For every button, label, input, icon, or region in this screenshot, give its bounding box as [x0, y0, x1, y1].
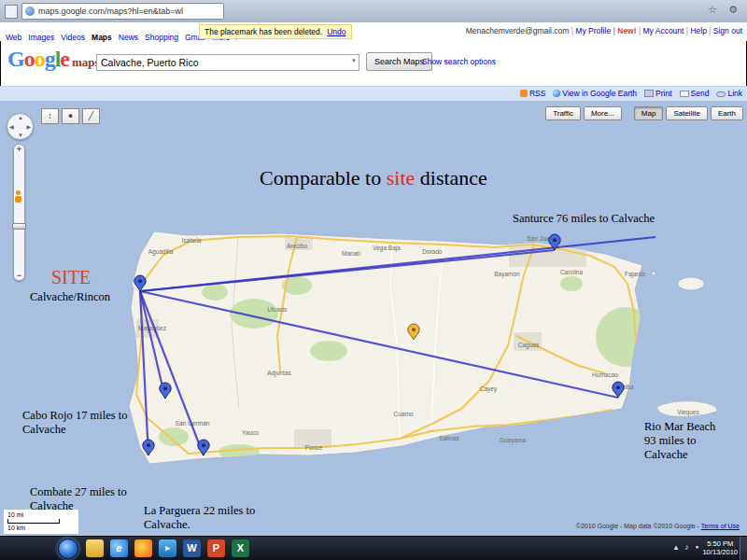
internet-explorer-icon[interactable]: e: [110, 539, 128, 557]
street-view-pegman-icon[interactable]: [14, 190, 22, 203]
firefox-icon[interactable]: [134, 539, 152, 557]
marker-tool-button[interactable]: ●: [62, 108, 79, 124]
annotation-rio-mar: Rio Mar Beach 93 miles to Calvache: [644, 420, 743, 462]
map-type-buttons: TrafficMore...MapSatelliteEarth: [543, 106, 743, 120]
show-desktop-button[interactable]: [740, 537, 747, 560]
notification-bar: The placemark has been deleted.Undo: [199, 24, 352, 39]
map-action-send[interactable]: Send: [680, 88, 710, 99]
send-icon: [680, 91, 689, 97]
browser-titlebar: maps.google.com/maps?hl=en&tab=wl ☆ ⚙: [0, 0, 747, 23]
map-button-map[interactable]: Map: [634, 106, 664, 120]
media-player-icon[interactable]: ▸: [159, 539, 176, 557]
account-link-my-account[interactable]: My Account: [637, 26, 684, 35]
map-copyright: ©2010 Google - Map data ©2010 Google - T…: [576, 523, 740, 529]
pan-down-icon[interactable]: ▼: [18, 133, 23, 138]
annotation-la-parguera: La Parguera 22 miles to Calvache.: [144, 504, 255, 532]
nav-link-web[interactable]: Web: [6, 33, 21, 42]
map-button-more[interactable]: More...: [584, 106, 622, 120]
account-link-new[interactable]: New!: [611, 26, 636, 35]
taskbar: e▸WPX ▴ ♪ ▪ 5:50 PM 10/13/2010: [0, 536, 747, 560]
nav-link-shopping[interactable]: Shopping: [145, 33, 178, 42]
logo-letter: g: [45, 47, 55, 71]
search-history-chevron-icon[interactable]: ▼: [351, 58, 357, 63]
search-field-wrap: ▼: [96, 53, 359, 70]
screen: maps.google.com/maps?hl=en&tab=wl ☆ ⚙ We…: [0, 0, 747, 560]
map-pin-site-calvache[interactable]: [134, 275, 146, 291]
scale-bar: [7, 519, 60, 524]
clock-time: 5:50 PM: [702, 539, 738, 548]
folder-icon[interactable]: [86, 539, 104, 557]
zoom-slider-handle[interactable]: [12, 223, 26, 230]
address-url: maps.google.com/maps?hl=en&tab=wl: [38, 7, 183, 16]
zoom-out-icon[interactable]: −: [14, 271, 24, 280]
excel-icon[interactable]: X: [232, 539, 249, 557]
nav-link-videos[interactable]: Videos: [61, 33, 85, 42]
link-icon: [716, 91, 726, 97]
logo-letter: o: [35, 47, 45, 71]
pan-control[interactable]: ▲ ▼ ◀ ▶: [7, 113, 34, 140]
map-viewport[interactable]: IsabelaAguadillaAreciboManatíVega BajaDo…: [0, 101, 747, 537]
zoom-in-icon[interactable]: +: [14, 145, 24, 154]
account-link-help[interactable]: Help: [684, 26, 706, 35]
terms-of-use-link[interactable]: Terms of Use: [701, 523, 740, 529]
annotation-cabo-rojo: Cabo Rojo 17 miles to Calvache: [22, 409, 128, 437]
address-bar[interactable]: maps.google.com/maps?hl=en&tab=wl: [21, 3, 224, 20]
nav-link-images[interactable]: Images: [28, 33, 54, 42]
bookmark-star-icon[interactable]: ☆: [708, 4, 717, 16]
map-pin-combate[interactable]: [143, 440, 154, 455]
title-post: distance: [415, 166, 487, 189]
rss-icon: [520, 90, 528, 97]
hidden-icons-chevron-icon[interactable]: ▴: [674, 542, 679, 552]
map-button-traffic[interactable]: Traffic: [545, 106, 581, 120]
account-link-sign-out[interactable]: Sign out: [707, 26, 742, 35]
map-button-satellite[interactable]: Satellite: [666, 106, 707, 120]
distance-line-1: [140, 237, 655, 291]
title-pre: Comparable to: [260, 166, 387, 189]
copyright-text: ©2010 Google - Map data ©2010 Google -: [576, 523, 701, 529]
zoom-slider[interactable]: + −: [13, 144, 25, 281]
undo-link[interactable]: Undo: [327, 27, 345, 36]
network-icon[interactable]: ▪: [696, 542, 698, 552]
taskbar-clock[interactable]: 5:50 PM 10/13/2010: [702, 539, 738, 556]
map-pin-rio-mar[interactable]: [613, 382, 624, 398]
logo-letter: G: [7, 47, 24, 71]
annotation-site: SITE: [51, 267, 91, 288]
ruler-tool-button[interactable]: ╱: [82, 108, 100, 124]
google-earth-icon: [553, 90, 560, 97]
page-icon: [5, 5, 18, 19]
pan-up-icon[interactable]: ▲: [18, 115, 23, 120]
annotation-santurce: Santurce 76 miles to Calvache: [513, 212, 655, 226]
logo-letter: e: [60, 47, 69, 71]
pan-right-icon[interactable]: ▶: [26, 123, 31, 130]
annotation-combate: Combate 27 miles to Calvache: [30, 485, 127, 513]
map-action-rss[interactable]: RSS: [520, 88, 545, 99]
distance-line-5: [140, 291, 204, 455]
map-pin-island-center[interactable]: [408, 324, 419, 340]
volume-icon[interactable]: ♪: [684, 542, 689, 552]
distance-line-4: [140, 291, 148, 455]
pan-left-icon[interactable]: ◀: [9, 123, 14, 130]
powerpoint-icon[interactable]: P: [207, 539, 225, 557]
account-email[interactable]: Menachemverde@gmail.com: [466, 26, 570, 35]
scale-km-label: 10 km: [7, 525, 75, 531]
show-search-options-link[interactable]: Show search options: [422, 57, 496, 66]
search-input[interactable]: [96, 54, 359, 71]
logo-letter: o: [24, 47, 35, 71]
word-icon[interactable]: W: [183, 539, 201, 557]
map-action-link[interactable]: Link: [716, 88, 742, 99]
start-button[interactable]: [58, 539, 78, 559]
account-links: My ProfileNew!My AccountHelpSign out: [569, 26, 742, 35]
nav-link-news[interactable]: News: [119, 33, 138, 42]
nav-link-maps[interactable]: Maps: [92, 33, 112, 42]
map-action-view-in-google-earth[interactable]: View in Google Earth: [553, 88, 637, 99]
map-action-print[interactable]: Print: [644, 88, 671, 99]
map-pin-cabo-rojo[interactable]: [160, 383, 171, 399]
pan-tool-button[interactable]: ↕: [41, 108, 59, 124]
print-icon: [644, 90, 654, 97]
google-maps-logo: Googlemaps: [7, 47, 100, 72]
map-pin-la-parguera[interactable]: [198, 440, 209, 455]
map-button-earth[interactable]: Earth: [711, 106, 743, 120]
map-tool-buttons: ↕ ● ╱: [41, 108, 100, 124]
account-link-my-profile[interactable]: My Profile: [569, 26, 611, 35]
browser-menu-icon[interactable]: ⚙: [728, 4, 738, 16]
